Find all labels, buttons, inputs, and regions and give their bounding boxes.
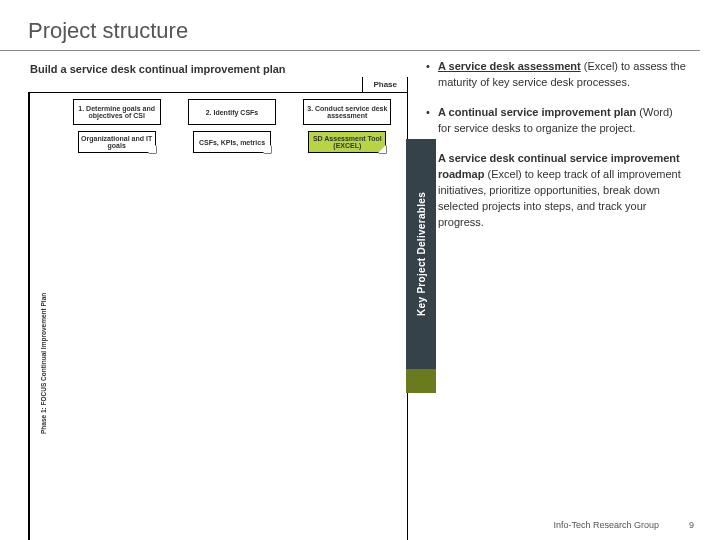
footer-org: Info-Tech Research Group: [553, 520, 659, 530]
diagram-area: Build a service desk continual improveme…: [28, 59, 408, 540]
step-box: 2. Identify CSFs: [188, 99, 276, 125]
deliverable-box: SD Assessment Tool (EXCEL): [308, 131, 386, 153]
deliverable-box: CSFs, KPIs, metrics: [193, 131, 271, 153]
bullet-icon: •: [426, 59, 438, 91]
key-deliverables-strip: Key Project Deliverables: [406, 139, 436, 369]
step-box: 3. Conduct service desk assessment: [303, 99, 391, 125]
deliverable-box: Organizational and IT goals: [78, 131, 156, 153]
bullet-icon: •: [426, 105, 438, 137]
list-item: • A service desk continual service impro…: [426, 151, 688, 231]
list-item: • A service desk assessment (Excel) to a…: [426, 59, 688, 91]
bullet-list: • A service desk assessment (Excel) to a…: [408, 59, 688, 540]
key-deliverables-label: Key Project Deliverables: [416, 192, 427, 316]
process-grid: Phase 1: FOCUS Continual Improvement Pla…: [28, 92, 408, 540]
page-number: 9: [689, 520, 694, 530]
phase-column-header: Phase: [362, 77, 408, 92]
list-item: • A continual service improvement plan (…: [426, 105, 688, 137]
diagram-heading: Build a service desk continual improveme…: [30, 63, 408, 75]
step-box: 1. Determine goals and objectives of CSI: [73, 99, 161, 125]
slide-title: Project structure: [0, 0, 700, 51]
phase-row-1: Phase 1: FOCUS Continual Improvement Pla…: [29, 93, 407, 540]
key-deliverables-cap: [406, 369, 436, 393]
footer: Info-Tech Research Group 9: [553, 520, 694, 530]
phase-1-label: Phase 1: FOCUS Continual Improvement Pla…: [29, 93, 57, 540]
